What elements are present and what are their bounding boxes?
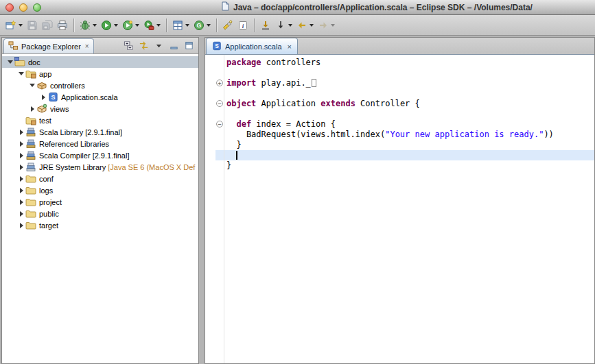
code-line-11[interactable]: } — [224, 160, 594, 171]
save-button[interactable] — [25, 17, 40, 34]
expanded-arrow-icon[interactable] — [17, 72, 25, 75]
dropdown-arrow-icon[interactable] — [93, 24, 97, 27]
fold-collapse-icon[interactable]: − — [216, 121, 223, 128]
expanded-arrow-icon[interactable] — [28, 84, 36, 87]
run-history-button[interactable] — [120, 17, 141, 34]
code-area[interactable]: package controllersimport play.api._obje… — [224, 55, 594, 363]
tree-item-conf[interactable]: conf — [2, 173, 198, 184]
dropdown-arrow-icon[interactable] — [207, 24, 211, 27]
code-line-9[interactable]: } — [224, 140, 594, 150]
zoom-window-button[interactable] — [33, 3, 41, 12]
annotation-ruler[interactable] — [205, 55, 215, 363]
code-line-10[interactable] — [224, 150, 594, 160]
collapsed-arrow-icon[interactable] — [17, 188, 25, 193]
tree-item-label: public — [39, 210, 59, 218]
dropdown-arrow-icon[interactable] — [135, 24, 139, 27]
code-line-6[interactable] — [224, 109, 594, 119]
expanded-arrow-icon[interactable] — [6, 60, 14, 64]
tree-item-application-scala[interactable]: SApplication.scala — [2, 91, 198, 103]
debug-button[interactable] — [78, 17, 99, 34]
view-menu-button[interactable] — [153, 40, 165, 51]
tree-item-logs[interactable]: logs — [2, 184, 198, 196]
run-button[interactable] — [99, 17, 120, 34]
traffic-lights — [5, 3, 41, 12]
next-annotation-button[interactable] — [273, 17, 294, 34]
search-button[interactable] — [220, 17, 235, 34]
save-all-button[interactable] — [40, 17, 55, 34]
tree-item-scala-library-2-9-1-final[interactable]: Scala Library [2.9.1.final] — [2, 126, 198, 138]
grid-button[interactable] — [170, 17, 191, 34]
tree-item-project[interactable]: project — [2, 196, 198, 208]
collapsed-arrow-icon[interactable] — [39, 95, 47, 100]
collapsed-arrow-icon[interactable] — [17, 199, 25, 205]
info-button[interactable]: i — [235, 17, 250, 34]
editor-tab-application-scala[interactable]: S Application.scala × — [206, 38, 298, 54]
fold-collapse-icon[interactable]: − — [216, 100, 223, 107]
panel-sash[interactable] — [199, 37, 205, 364]
collapsed-arrow-icon[interactable] — [17, 223, 25, 228]
dropdown-arrow-icon[interactable] — [331, 24, 335, 27]
close-window-button[interactable] — [5, 3, 14, 12]
maximize-view-button[interactable] — [183, 40, 195, 51]
code-line-5[interactable]: object Application extends Controller { — [224, 99, 594, 109]
collapsed-arrow-icon[interactable] — [17, 165, 25, 170]
tree-item-scala-compiler-2-9-1-final[interactable]: Scala Compiler [2.9.1.final] — [2, 149, 198, 161]
fold-expand-icon[interactable]: + — [216, 80, 223, 86]
code-line-1[interactable]: package controllers — [224, 58, 594, 68]
code-line-4[interactable] — [224, 88, 594, 99]
folder-icon — [25, 197, 36, 208]
package-explorer-view: Package Explorer × docappcontrollersSApp… — [1, 37, 199, 364]
scala-file-icon: S — [212, 41, 222, 52]
link-with-editor-button[interactable] — [138, 40, 150, 51]
code-line-8[interactable]: BadRequest(views.html.index("Your new ap… — [224, 130, 594, 140]
collapse-all-button[interactable] — [123, 40, 135, 51]
library-icon — [25, 127, 36, 138]
view-toolbar — [119, 38, 198, 53]
tree-item-public[interactable]: public — [2, 208, 198, 219]
back-button[interactable] — [294, 17, 316, 34]
tree-item-jre-system-library[interactable]: JRE System Library[Java SE 6 (MacOS X De… — [2, 161, 198, 173]
tree-item-test[interactable]: test — [2, 114, 198, 126]
close-tab-icon[interactable]: × — [288, 43, 292, 51]
package-icon — [36, 80, 47, 91]
package-explorer-tab[interactable]: Package Explorer × — [3, 38, 94, 53]
dropdown-arrow-icon[interactable] — [288, 24, 292, 27]
dropdown-arrow-icon[interactable] — [185, 24, 189, 27]
collapsed-arrow-icon[interactable] — [17, 211, 25, 217]
code-line-7[interactable]: def index = Action { — [224, 119, 594, 130]
titlebar[interactable]: Java – doc/app/controllers/Application.s… — [0, 0, 595, 15]
window-document-icon — [221, 1, 230, 14]
dropdown-arrow-icon[interactable] — [156, 24, 161, 27]
forward-button[interactable] — [316, 17, 337, 34]
tree-item-doc[interactable]: doc — [2, 56, 198, 68]
g-button[interactable]: G — [191, 17, 213, 34]
tree-item-views[interactable]: views — [2, 103, 198, 114]
debug-bug-icon — [80, 20, 91, 31]
collapsed-arrow-icon[interactable] — [17, 153, 25, 158]
last-edit-location-button[interactable] — [258, 17, 273, 34]
dropdown-arrow-icon[interactable] — [114, 24, 118, 27]
tree-item-label: views — [50, 105, 69, 113]
external-tools-button[interactable] — [141, 17, 163, 34]
collapsed-arrow-icon[interactable] — [28, 106, 36, 112]
code-line-3[interactable]: import play.api._ — [224, 78, 594, 88]
tree-item-referenced-libraries[interactable]: Referenced Libraries — [2, 138, 198, 149]
folder-icon — [25, 173, 36, 184]
close-view-icon[interactable]: × — [85, 43, 89, 50]
collapsed-arrow-icon[interactable] — [17, 130, 25, 135]
tree-item-app[interactable]: app — [2, 68, 198, 80]
collapsed-arrow-icon[interactable] — [17, 141, 25, 147]
tree-item-target[interactable]: target — [2, 219, 198, 231]
text-caret — [236, 151, 237, 160]
dropdown-arrow-icon[interactable] — [310, 24, 314, 27]
code-line-2[interactable] — [224, 68, 594, 78]
print-button[interactable] — [55, 17, 70, 34]
minimize-view-button[interactable] — [168, 40, 180, 51]
folding-ruler[interactable]: +−− — [215, 55, 224, 363]
dropdown-arrow-icon[interactable] — [19, 24, 23, 27]
minimize-window-button[interactable] — [19, 3, 27, 12]
new-button[interactable] — [3, 17, 25, 34]
source-folder-icon — [25, 69, 36, 80]
collapsed-arrow-icon[interactable] — [17, 176, 25, 182]
tree-item-controllers[interactable]: controllers — [2, 80, 198, 91]
